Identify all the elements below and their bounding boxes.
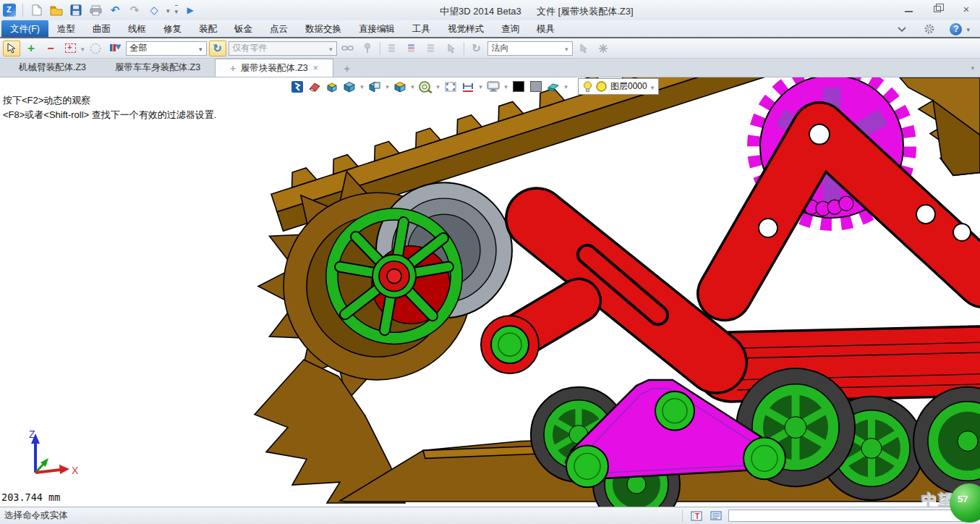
app-logo-icon[interactable] bbox=[3, 4, 16, 17]
lasso-icon[interactable] bbox=[87, 41, 104, 56]
green-bolt[interactable] bbox=[491, 326, 529, 363]
layer-name: 图层0000 bbox=[610, 80, 647, 93]
stack-colored-icon[interactable] bbox=[404, 41, 421, 56]
gray-swatch[interactable] bbox=[528, 79, 544, 95]
view-navigate-icon[interactable] bbox=[147, 3, 161, 17]
help-icon[interactable]: ? bbox=[950, 23, 962, 35]
separator bbox=[380, 42, 380, 55]
tab-label: 履带车车身装配体.Z3 bbox=[115, 62, 200, 74]
help-caret-icon[interactable] bbox=[966, 24, 970, 34]
display-monitor-caret-icon[interactable] bbox=[503, 83, 509, 90]
black-swatch[interactable] bbox=[511, 79, 527, 95]
zoom-extents-icon[interactable] bbox=[443, 79, 459, 95]
menu-wireframe[interactable]: 线框 bbox=[119, 20, 155, 37]
link-icon[interactable] bbox=[339, 41, 357, 56]
menu-file[interactable]: 文件(F) bbox=[1, 20, 48, 37]
print-icon[interactable] bbox=[88, 3, 103, 17]
unfold-box-icon[interactable] bbox=[324, 79, 340, 95]
menu-surface[interactable]: 曲面 bbox=[84, 20, 119, 37]
menu-data-exchange[interactable]: 数据交换 bbox=[297, 20, 350, 37]
continue-icon[interactable] bbox=[183, 3, 197, 17]
menu-bar: 文件(F) 造型 曲面 线框 修复 装配 钣金 点云 数据交换 直接编辑 工具 … bbox=[0, 20, 980, 38]
expand-chevron-icon[interactable] bbox=[895, 22, 909, 36]
viewport-canvas[interactable]: 按下<F2>动态的观察 <F8>或者<Shift-roll> 查找下一个有效的过… bbox=[0, 77, 980, 507]
menu-shape[interactable]: 造型 bbox=[48, 20, 84, 37]
new-tab-button[interactable]: + bbox=[336, 61, 358, 77]
stack-all-icon[interactable] bbox=[384, 41, 401, 56]
visual-style-caret-icon[interactable] bbox=[409, 83, 416, 90]
tab-overflow-caret-icon[interactable] bbox=[971, 62, 974, 72]
section-view-caret-icon[interactable] bbox=[384, 83, 391, 90]
tab-cheshen[interactable]: 履带车车身装配体.Z3 bbox=[101, 59, 215, 77]
burst-icon[interactable] bbox=[595, 41, 612, 56]
menu-inquire[interactable]: 查询 bbox=[493, 20, 528, 37]
select-arrow-icon[interactable] bbox=[3, 41, 20, 56]
constraint-caret-icon[interactable] bbox=[477, 83, 484, 90]
menu-mold[interactable]: 模具 bbox=[528, 20, 563, 37]
menu-sheetmetal[interactable]: 钣金 bbox=[226, 20, 261, 37]
restore-button[interactable] bbox=[928, 2, 947, 15]
open-file-icon[interactable] bbox=[49, 3, 64, 17]
constraint-icon[interactable] bbox=[460, 79, 476, 95]
tab-doc-icon: + bbox=[230, 63, 236, 74]
remove-select-icon[interactable] bbox=[42, 41, 59, 56]
layer-caret-icon[interactable] bbox=[651, 82, 655, 92]
window-title: 中望3D 2014 Beta3 bbox=[440, 5, 521, 18]
layer-color-icon bbox=[596, 81, 607, 92]
menu-direct-edit[interactable]: 直接编辑 bbox=[350, 20, 404, 37]
window-controls: × bbox=[899, 2, 976, 15]
zoom-magnifier-icon[interactable] bbox=[417, 79, 433, 95]
tab-close-icon[interactable]: × bbox=[313, 63, 318, 73]
pin-icon[interactable] bbox=[359, 41, 376, 56]
menu-tools[interactable]: 工具 bbox=[404, 20, 439, 37]
pick-box-caret-icon[interactable] bbox=[81, 43, 85, 54]
zoom-magnifier-caret-icon[interactable] bbox=[435, 83, 441, 90]
layer-control[interactable]: 图层0000 bbox=[578, 78, 659, 95]
save-icon[interactable] bbox=[69, 3, 83, 17]
eraser-3d-caret-icon[interactable] bbox=[563, 83, 569, 90]
toolbar-options-icon[interactable] bbox=[175, 5, 179, 16]
tab-jixiebi[interactable]: 机械臂装配体.Z3 bbox=[4, 59, 101, 77]
erase-icon[interactable] bbox=[307, 79, 323, 95]
redo-icon[interactable] bbox=[127, 3, 142, 17]
hint-line-1: 按下<F2>动态的观察 bbox=[3, 93, 216, 108]
section-view-icon[interactable] bbox=[367, 79, 383, 95]
display-monitor-icon[interactable] bbox=[485, 79, 501, 95]
menu-visual-style[interactable]: 视觉样式 bbox=[439, 20, 493, 37]
cursor-icon[interactable] bbox=[443, 41, 460, 56]
menu-repair[interactable]: 修复 bbox=[155, 20, 190, 37]
entity-filter-icon[interactable]: T bbox=[689, 510, 704, 522]
filter-scope-select[interactable]: 全部 bbox=[126, 41, 207, 56]
orientation-select[interactable]: 法向 bbox=[487, 41, 573, 56]
add-select-icon[interactable] bbox=[22, 41, 40, 56]
view-manager-icon[interactable] bbox=[289, 79, 305, 95]
shaded-display-icon[interactable] bbox=[341, 79, 357, 95]
menu-pointcloud[interactable]: 点云 bbox=[261, 20, 297, 37]
axis-triad: Z X bbox=[19, 428, 81, 481]
command-echo-icon[interactable] bbox=[709, 510, 723, 522]
separator bbox=[22, 4, 23, 17]
rotate-reuse-icon[interactable] bbox=[209, 41, 226, 56]
menu-assembly[interactable]: 装配 bbox=[190, 20, 226, 37]
command-input[interactable] bbox=[728, 510, 976, 522]
pick-box-icon[interactable] bbox=[61, 41, 79, 56]
close-button[interactable]: × bbox=[957, 2, 976, 15]
entity-filter-select[interactable]: 仅有零件 bbox=[229, 41, 337, 56]
3d-model[interactable] bbox=[0, 77, 980, 507]
new-file-icon[interactable] bbox=[30, 3, 44, 17]
shaded-display-caret-icon[interactable] bbox=[359, 83, 365, 90]
axis-x-label: X bbox=[72, 465, 79, 476]
tab-ludaikuai-active[interactable]: + 履带块装配体.Z3 × bbox=[215, 59, 333, 77]
eraser-3d-icon[interactable] bbox=[545, 79, 561, 95]
part-filter-icon[interactable] bbox=[106, 41, 124, 56]
entity-filter-caret-icon bbox=[329, 43, 333, 54]
minimize-button[interactable] bbox=[899, 2, 918, 15]
stack-plain-icon[interactable] bbox=[423, 41, 440, 56]
cursor-pick-icon[interactable] bbox=[575, 41, 592, 56]
view-navigate-caret-icon[interactable] bbox=[166, 5, 170, 15]
orbit-icon[interactable] bbox=[468, 41, 485, 56]
undo-icon[interactable] bbox=[108, 3, 122, 17]
orientation-caret-icon bbox=[565, 43, 568, 54]
visual-style-cube-icon[interactable] bbox=[392, 79, 408, 95]
settings-gear-icon[interactable] bbox=[922, 22, 937, 36]
